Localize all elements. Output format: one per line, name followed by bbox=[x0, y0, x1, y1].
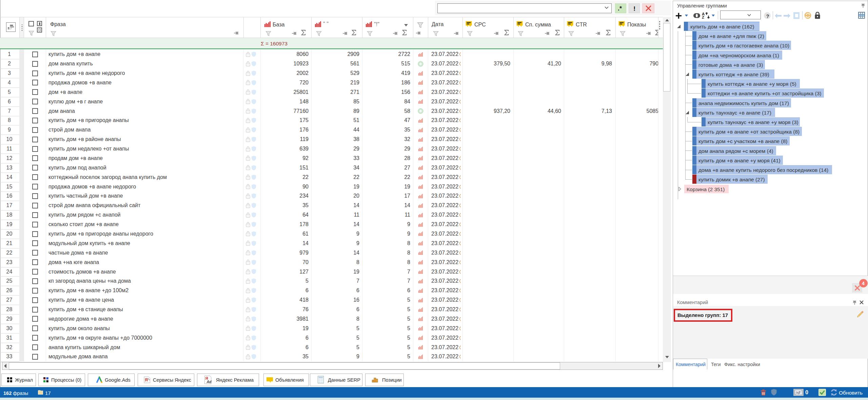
svg-text:Z: Z bbox=[702, 15, 704, 19]
svg-text:\сβ: \сβ bbox=[796, 391, 800, 394]
svg-text:!: ! bbox=[633, 5, 635, 12]
svg-text:Я: Я bbox=[145, 378, 148, 382]
svg-text:.*: .* bbox=[618, 5, 622, 12]
svg-text:Ad: Ad bbox=[206, 380, 212, 384]
